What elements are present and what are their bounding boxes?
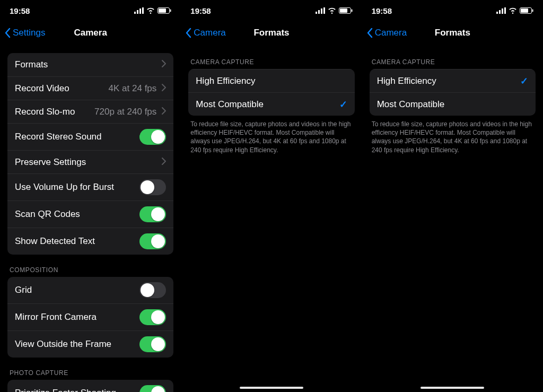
- nav-bar: Camera Formats: [362, 21, 543, 45]
- row-stereo-sound: Record Stereo Sound: [7, 123, 173, 150]
- grid-switch[interactable]: [139, 282, 166, 298]
- prioritize-faster-switch[interactable]: [139, 385, 166, 392]
- row-label: Formats: [15, 59, 162, 70]
- nav-bar: Camera Formats: [181, 21, 362, 45]
- chevron-right-icon: [162, 83, 166, 94]
- svg-rect-3: [142, 7, 144, 14]
- row-preserve-settings[interactable]: Preserve Settings: [7, 150, 173, 173]
- row-mirror-front: Mirror Front Camera: [7, 303, 173, 330]
- row-volume-burst: Use Volume Up for Burst: [7, 173, 173, 201]
- checkmark-icon: ✓: [339, 99, 347, 110]
- row-show-text: Show Detected Text: [7, 228, 173, 255]
- row-detail: 720p at 240 fps: [94, 107, 156, 117]
- battery-icon: [339, 7, 353, 14]
- wifi-icon: [146, 7, 155, 14]
- option-label: Most Compatible: [377, 99, 528, 110]
- svg-rect-13: [351, 10, 352, 12]
- svg-rect-12: [340, 8, 347, 13]
- option-most-compatible[interactable]: Most Compatible ✓: [188, 92, 354, 116]
- row-formats[interactable]: Formats: [7, 53, 173, 76]
- svg-rect-14: [496, 12, 498, 14]
- chevron-right-icon: [162, 107, 166, 117]
- chevron-right-icon: [162, 157, 166, 168]
- wifi-icon: [328, 7, 336, 14]
- svg-rect-7: [316, 12, 317, 14]
- section-header-composition: COMPOSITION: [7, 255, 173, 277]
- show-text-switch[interactable]: [139, 233, 166, 249]
- status-icons: [496, 7, 533, 14]
- svg-rect-20: [532, 10, 533, 12]
- formats-note: To reduce file size, capture photos and …: [362, 116, 543, 154]
- row-scan-qr: Scan QR Codes: [7, 201, 173, 228]
- row-label: Use Volume Up for Burst: [15, 182, 139, 193]
- wifi-icon: [509, 7, 517, 14]
- scan-qr-switch[interactable]: [139, 206, 166, 222]
- row-label: Prioritize Faster Shooting: [15, 388, 139, 392]
- home-indicator[interactable]: [240, 387, 303, 389]
- screen-formats-compat: 19:58 Camera Formats CAMERA CAPTURE High…: [181, 0, 362, 392]
- row-detail: 4K at 24 fps: [109, 83, 157, 94]
- volume-burst-switch[interactable]: [139, 179, 166, 195]
- back-label: Camera: [194, 28, 225, 38]
- status-bar: 19:58: [181, 0, 362, 21]
- svg-rect-10: [323, 7, 325, 14]
- status-icons: [134, 7, 171, 14]
- row-label: Record Video: [15, 83, 109, 94]
- option-label: Most Compatible: [196, 99, 339, 110]
- svg-rect-1: [137, 10, 138, 14]
- screen-camera-settings: 19:58 Settings Camera Formats: [0, 0, 181, 392]
- row-grid: Grid: [7, 277, 173, 303]
- status-time: 19:58: [372, 6, 392, 15]
- back-button[interactable]: Settings: [4, 28, 45, 38]
- checkmark-icon: ✓: [520, 75, 528, 87]
- svg-rect-5: [159, 8, 166, 13]
- option-most-compatible[interactable]: Most Compatible: [370, 92, 536, 116]
- back-button[interactable]: Camera: [366, 28, 407, 38]
- home-indicator[interactable]: [421, 387, 484, 389]
- option-high-efficiency[interactable]: High Efficiency ✓: [370, 69, 536, 92]
- back-label: Camera: [375, 28, 407, 38]
- row-label: View Outside the Frame: [15, 339, 139, 350]
- status-time: 19:58: [10, 6, 30, 15]
- svg-rect-17: [504, 7, 506, 14]
- svg-rect-15: [499, 10, 501, 14]
- svg-rect-2: [139, 8, 141, 14]
- row-view-outside: View Outside the Frame: [7, 330, 173, 358]
- row-label: Record Stereo Sound: [15, 132, 139, 142]
- status-bar: 19:58: [0, 0, 181, 21]
- status-icons: [316, 7, 353, 14]
- mirror-front-switch[interactable]: [139, 309, 166, 325]
- row-label: Scan QR Codes: [15, 209, 139, 220]
- option-high-efficiency[interactable]: High Efficiency: [188, 69, 354, 92]
- formats-note: To reduce file size, capture photos and …: [181, 116, 362, 154]
- screen-formats-hieff: 19:58 Camera Formats CAMERA CAPTURE High…: [362, 0, 543, 392]
- section-header: CAMERA CAPTURE: [362, 45, 543, 69]
- signal-icon: [496, 7, 506, 14]
- battery-icon: [520, 7, 533, 14]
- svg-rect-6: [170, 10, 171, 12]
- svg-rect-9: [321, 8, 322, 14]
- signal-icon: [316, 7, 325, 14]
- row-label: Grid: [15, 285, 139, 295]
- chevron-left-icon: [185, 28, 191, 38]
- row-record-video[interactable]: Record Video 4K at 24 fps: [7, 76, 173, 100]
- stereo-sound-switch[interactable]: [139, 129, 166, 145]
- back-button[interactable]: Camera: [185, 28, 225, 38]
- signal-icon: [134, 7, 144, 14]
- option-label: High Efficiency: [196, 76, 347, 86]
- chevron-right-icon: [162, 59, 166, 70]
- row-prioritize-faster: Prioritize Faster Shooting: [7, 380, 173, 392]
- view-outside-switch[interactable]: [139, 336, 166, 352]
- svg-rect-8: [318, 10, 320, 14]
- page-title: Formats: [253, 28, 289, 38]
- svg-rect-16: [502, 8, 503, 14]
- nav-bar: Settings Camera: [0, 21, 181, 45]
- chevron-left-icon: [366, 28, 373, 38]
- back-label: Settings: [13, 28, 45, 38]
- chevron-left-icon: [4, 28, 11, 38]
- row-record-slomo[interactable]: Record Slo-mo 720p at 240 fps: [7, 100, 173, 123]
- battery-icon: [157, 7, 171, 14]
- row-label: Record Slo-mo: [15, 107, 94, 117]
- row-label: Mirror Front Camera: [15, 312, 139, 323]
- option-label: High Efficiency: [377, 76, 520, 86]
